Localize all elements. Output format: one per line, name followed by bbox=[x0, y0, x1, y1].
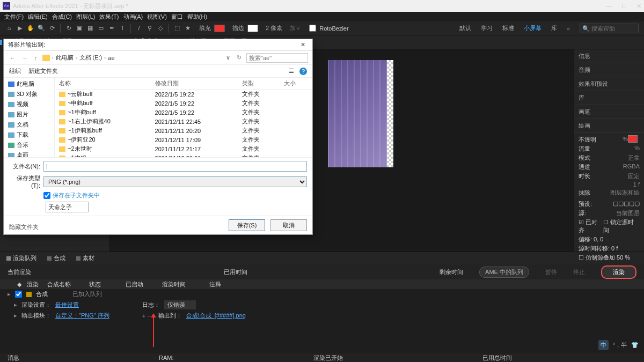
tree-item[interactable]: 图片 bbox=[4, 109, 54, 120]
file-row[interactable]: ~2未世时2021/11/12 21:17文件夹 bbox=[55, 144, 312, 153]
breadcrumb[interactable]: › 此电脑› 文档 (E:)› ae bbox=[42, 54, 222, 62]
subfolder-check[interactable] bbox=[43, 192, 50, 199]
orbit-tool[interactable]: ⟳ bbox=[48, 25, 56, 32]
puppet-tool[interactable]: ★ bbox=[184, 25, 192, 32]
nav-forward-button[interactable]: → bbox=[20, 55, 30, 61]
save-button[interactable]: 保存(S) bbox=[229, 219, 265, 231]
pan-behind-tool[interactable]: ▦ bbox=[86, 25, 94, 32]
panel-音频[interactable]: 音频 bbox=[574, 63, 644, 77]
menu-item[interactable]: 帮助(H) bbox=[187, 13, 207, 21]
maximize-button[interactable]: ☐ bbox=[621, 3, 627, 10]
subfolder-input[interactable] bbox=[46, 202, 89, 212]
file-row[interactable]: ~1右上伊莉雅402021/12/11 22:45文件夹 bbox=[55, 117, 312, 126]
menu-item[interactable]: 动画(A) bbox=[123, 13, 143, 21]
file-list[interactable]: 名称修改日期类型大小 ~云牌buff2022/1/5 19:22文件夹~申鹤bu… bbox=[55, 78, 312, 157]
pen-tool[interactable]: ✒ bbox=[108, 25, 115, 32]
dialog-close-button[interactable]: ✕ bbox=[297, 41, 308, 48]
help-search-input[interactable] bbox=[580, 24, 639, 33]
minimize-button[interactable]: — bbox=[606, 3, 612, 10]
ame-queue-button[interactable]: AME 中的队列 bbox=[479, 267, 529, 278]
output-file-link[interactable]: 合成\合成_[#####].png bbox=[186, 312, 246, 320]
roto-tool[interactable]: ⬚ bbox=[173, 25, 181, 32]
menu-item[interactable]: 编辑(E) bbox=[28, 13, 48, 21]
stroke-width[interactable]: 2 像素 bbox=[266, 24, 282, 32]
new-folder-button[interactable]: 新建文件夹 bbox=[28, 67, 58, 75]
menu-item[interactable]: 效果(T) bbox=[99, 13, 119, 21]
stop-button[interactable]: 停止 bbox=[573, 268, 585, 276]
file-row[interactable]: ~云牌buff2022/1/5 19:22文件夹 bbox=[55, 90, 312, 99]
tree-item[interactable]: 音乐 bbox=[4, 140, 54, 150]
workspace-库[interactable]: 库 bbox=[551, 24, 557, 32]
help-button[interactable]: ? bbox=[299, 68, 307, 75]
title-bar: Ae Adobe After Effects 2021 - 无标题项目.aep … bbox=[0, 0, 644, 12]
menu-item[interactable]: 图层(L) bbox=[76, 13, 95, 21]
tree-item[interactable]: 桌面 bbox=[4, 150, 54, 157]
hide-folders-link[interactable]: 隐藏文件夹 bbox=[9, 223, 39, 231]
render-settings-link[interactable]: 最佳设置 bbox=[55, 301, 79, 309]
tab-footage-timeline[interactable]: 素材 bbox=[76, 254, 94, 262]
menu-item[interactable]: 窗口 bbox=[171, 13, 183, 21]
menu-item[interactable]: 文件(F) bbox=[4, 13, 24, 21]
panel-画笔[interactable]: 画笔 bbox=[574, 105, 644, 119]
fill-swatch[interactable] bbox=[214, 25, 225, 32]
elapsed-label: 已用时间 bbox=[224, 268, 247, 276]
tree-item[interactable]: 视频 bbox=[4, 99, 54, 109]
tree-item[interactable]: 3D 对象 bbox=[4, 89, 54, 99]
tree-item[interactable]: 文档 bbox=[4, 120, 54, 130]
organize-button[interactable]: 组织 bbox=[9, 67, 21, 75]
panel-效果和预设[interactable]: 效果和预设 bbox=[574, 77, 644, 91]
filetype-select[interactable]: PNG (*.png) bbox=[43, 176, 307, 187]
nav-up-button[interactable]: ↑ bbox=[33, 55, 39, 61]
folder-tree[interactable]: 此电脑3D 对象视频图片文档下载音乐桌面游戏 (A:)本地磁盘 (C:)软件 (… bbox=[4, 78, 55, 157]
panel-信息[interactable]: 信息 bbox=[574, 49, 644, 63]
home-icon[interactable]: ⌂ bbox=[5, 25, 13, 32]
dialog-search-input[interactable] bbox=[246, 53, 308, 63]
rotobezier-label: RotoBezier bbox=[319, 25, 348, 32]
file-row[interactable]: ~1伊莉雅buff2021/12/11 20:20文件夹 bbox=[55, 126, 312, 135]
panel-库[interactable]: 库 bbox=[574, 91, 644, 105]
output-module-link[interactable]: 自定义："PNG" 序列 bbox=[55, 312, 109, 320]
nav-back-button[interactable]: ← bbox=[8, 55, 17, 61]
rotobezier-check[interactable] bbox=[309, 25, 316, 32]
panel-绘画[interactable]: 绘画 bbox=[574, 119, 644, 133]
render-comp-name: 合成 bbox=[36, 290, 68, 298]
hand-tool[interactable]: ✋ bbox=[27, 25, 34, 32]
remaining-label: 剩余时间 bbox=[440, 268, 463, 276]
menu-item[interactable]: 合成(C) bbox=[52, 13, 72, 21]
workspace-标准[interactable]: 标准 bbox=[502, 24, 514, 32]
brush-tool[interactable]: / bbox=[135, 25, 143, 32]
shape-tool[interactable]: ▭ bbox=[97, 25, 105, 32]
workspace-默认[interactable]: 默认 bbox=[459, 24, 471, 32]
refresh-button[interactable]: ↻ bbox=[235, 54, 243, 61]
pause-button[interactable]: 暂停 bbox=[545, 268, 557, 276]
workspace-学习[interactable]: 学习 bbox=[481, 24, 493, 32]
stroke-swatch[interactable] bbox=[247, 25, 258, 32]
text-tool[interactable]: T bbox=[119, 25, 126, 32]
file-row[interactable]: ~1抱姐2021/11/12 20:01文件夹 bbox=[55, 153, 312, 157]
tab-comp-timeline[interactable]: 合成 bbox=[47, 254, 65, 262]
tree-item[interactable]: 此电脑 bbox=[4, 79, 54, 89]
close-button[interactable]: ✕ bbox=[636, 3, 641, 10]
menu-item[interactable]: 视图(V) bbox=[147, 13, 167, 21]
zoom-tool[interactable]: 🔍 bbox=[38, 25, 45, 32]
selection-tool[interactable]: ▶ bbox=[16, 25, 24, 32]
eraser-tool[interactable]: ◇ bbox=[157, 25, 164, 32]
render-button[interactable]: 渲染 bbox=[601, 265, 636, 279]
view-button[interactable]: ☰ bbox=[289, 68, 294, 75]
tree-item[interactable]: 下载 bbox=[4, 130, 54, 140]
rotate-tool[interactable]: ↻ bbox=[65, 25, 72, 32]
render-enable-check[interactable] bbox=[15, 291, 22, 298]
log-select[interactable]: 仅错误 bbox=[164, 300, 196, 309]
camera-tool[interactable]: ▣ bbox=[76, 25, 83, 32]
render-settings-label: 渲染设置： bbox=[21, 301, 51, 309]
workspace-小屏幕[interactable]: 小屏幕 bbox=[524, 24, 541, 32]
file-row[interactable]: ~申鹤buff2022/1/5 19:22文件夹 bbox=[55, 99, 312, 108]
file-row[interactable]: ~伊莉亚202021/12/11 17:09文件夹 bbox=[55, 135, 312, 144]
clone-tool[interactable]: ⚲ bbox=[146, 25, 153, 32]
tool-bar: ⌂ ▶ ✋ 🔍 ⟳ ↻ ▣ ▦ ▭ ✒ T / ⚲ ◇ ⬚ ★ 填充 描边 2 … bbox=[0, 21, 644, 35]
cancel-button[interactable]: 取消 bbox=[270, 219, 307, 231]
tab-render-queue[interactable]: 渲染队列 bbox=[6, 254, 36, 262]
filename-input[interactable] bbox=[43, 161, 307, 172]
file-row[interactable]: ~1申鹤buff2022/1/5 19:22文件夹 bbox=[55, 108, 312, 117]
menu-bar: 文件(F)编辑(E)合成(C)图层(L)效果(T)动画(A)视图(V)窗口帮助(… bbox=[0, 12, 644, 21]
